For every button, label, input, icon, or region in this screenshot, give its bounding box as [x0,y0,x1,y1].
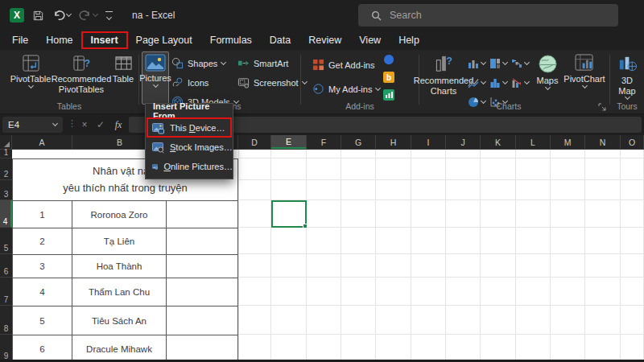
grid-cell[interactable] [307,306,341,335]
grid-cell[interactable] [551,254,585,278]
table-cell-number[interactable]: 6 [13,335,72,362]
grid-cell[interactable] [271,306,307,335]
grid-cell[interactable] [551,180,585,200]
column-header-n[interactable]: N [585,135,621,149]
grid-cell[interactable] [621,306,644,335]
tab-file[interactable]: File [3,32,37,48]
grid-cell[interactable] [446,278,481,306]
row-header-9[interactable]: 9 [0,335,12,362]
grid-cell[interactable] [551,150,585,158]
grid-cell[interactable] [621,180,644,200]
row-header-2[interactable]: 2 [0,158,12,180]
grid-cell[interactable] [481,180,516,200]
table-cell-empty[interactable] [167,306,237,335]
column-header-m[interactable]: M [551,135,585,149]
row-header-1[interactable]: 1 [0,150,12,158]
table-cell-name[interactable]: Thẩm Lan Chu [72,278,167,306]
menu-item-stock-images[interactable]: Stock Images… [146,138,233,157]
grid-cell[interactable] [307,180,341,200]
grid-cell[interactable] [621,158,644,180]
grid-cell[interactable] [271,335,307,362]
grid-cell[interactable] [481,200,516,228]
grid-cell[interactable] [585,335,621,362]
grid-cell[interactable] [307,200,341,228]
grid-cell[interactable] [621,335,644,362]
grid-cell[interactable] [621,150,644,158]
column-header-j[interactable]: J [446,135,481,149]
grid-cell[interactable] [585,254,621,278]
column-header-e[interactable]: E [271,135,307,149]
row-header-6[interactable]: 6 [0,254,12,278]
enter-button[interactable]: ✓ [93,117,108,133]
grid-cell[interactable] [307,254,341,278]
tab-review[interactable]: Review [299,32,350,48]
row-header-4[interactable]: 4 [0,200,12,228]
row-header-3[interactable]: 3 [0,180,12,200]
tab-help[interactable]: Help [390,32,428,48]
grid-cell[interactable] [271,228,307,254]
grid-cell[interactable] [341,278,376,306]
tab-insert[interactable]: Insert [82,32,127,48]
grid-cell[interactable] [516,278,551,306]
grid-cell[interactable] [341,180,376,200]
grid-cell[interactable] [376,228,411,254]
grid-cell[interactable] [481,335,516,362]
grid-cell[interactable] [585,306,621,335]
grid-cell[interactable] [341,306,376,335]
grid-cell[interactable] [271,150,307,158]
grid-cell[interactable] [271,254,307,278]
recommended-pivottables-button[interactable]: ? Recommended PivotTables [55,52,108,96]
menu-item-online-pictures[interactable]: Online Pictures… [146,157,233,176]
tab-view[interactable]: View [350,32,390,48]
grid-cell[interactable] [516,228,551,254]
grid-cell[interactable] [341,254,376,278]
save-button[interactable] [32,10,44,22]
grid-cell[interactable] [481,150,516,158]
table-cell-empty[interactable] [167,278,237,306]
table-cell-number[interactable]: 3 [13,255,72,278]
grid-cell[interactable] [516,335,551,362]
name-box[interactable]: E4 [2,117,63,133]
column-header-l[interactable]: L [516,135,551,149]
grid-cell[interactable] [411,335,446,362]
grid-cell[interactable] [238,180,271,200]
select-all-corner[interactable] [0,135,12,149]
grid-cell[interactable] [551,306,585,335]
grid-cell[interactable] [376,200,411,228]
grid-cell[interactable] [238,150,271,158]
insert-hierarchy-chart-button[interactable] [489,58,511,69]
insert-line-chart-button[interactable] [468,77,489,88]
grid-cell[interactable] [585,180,621,200]
grid-cell[interactable] [341,335,376,362]
column-header-g[interactable]: G [341,135,376,149]
grid-cell[interactable] [585,158,621,180]
shapes-button[interactable]: Shapes [171,55,238,72]
grid-cell[interactable] [411,306,446,335]
insert-statistic-chart-button[interactable] [489,77,511,88]
grid-cell[interactable] [341,200,376,228]
charts-dialog-launcher[interactable] [598,103,606,111]
column-header-k[interactable]: K [481,135,516,149]
smartart-button[interactable]: SmartArt [237,55,307,72]
grid-cell[interactable] [481,254,516,278]
grid-cell[interactable] [621,228,644,254]
grid-cell[interactable] [238,254,271,278]
grid-cell[interactable] [411,254,446,278]
grid-cell[interactable] [411,278,446,306]
pivotchart-button[interactable]: PivotChart [562,52,607,89]
grid-cell[interactable] [481,228,516,254]
addin-app-icon-blue[interactable] [383,54,394,65]
grid-cell[interactable] [516,180,551,200]
table-cell-empty[interactable] [167,228,237,254]
grid-cell[interactable] [621,200,644,228]
grid-cell[interactable] [307,228,341,254]
table-cell-name[interactable]: Dracule Mihawk [72,335,167,362]
grid-cell[interactable] [411,180,446,200]
grid-cell[interactable] [238,306,271,335]
grid-cell[interactable] [446,180,481,200]
insert-waterfall-chart-button[interactable] [511,58,533,69]
grid-cell[interactable] [376,254,411,278]
grid-cell[interactable] [551,278,585,306]
grid-cell[interactable] [551,158,585,180]
table-button[interactable]: Table [109,52,137,86]
